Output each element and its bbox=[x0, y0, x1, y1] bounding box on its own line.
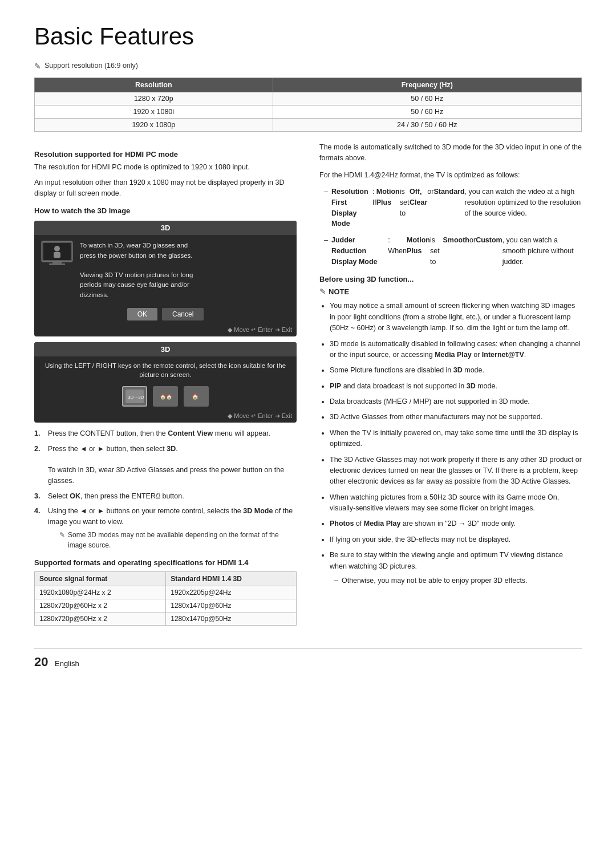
hdmi-row2-col2: 1280x1470p@60Hz bbox=[166, 599, 297, 612]
page-layout: Resolution supported for HDMI PC mode Th… bbox=[34, 142, 582, 626]
pencil-icon-note: ✎ bbox=[319, 287, 326, 296]
3d-icon-1: 3D→3D bbox=[125, 390, 144, 403]
table-row: 1280 x 720p 50 / 60 Hz bbox=[35, 92, 582, 106]
dialog2-text: Using the LEFT / RIGHT keys on the remot… bbox=[34, 356, 297, 383]
dialog2-icons: 3D→3D 🏠🏠 🏠 bbox=[34, 383, 297, 411]
bullet-1: You may notice a small amount of screen … bbox=[330, 301, 582, 334]
bullet-11: If lying on your side, the 3D-effects ma… bbox=[330, 534, 582, 545]
dialog2-titlebar: 3D bbox=[34, 342, 297, 356]
resolution-table: Resolution Frequency (Hz) 1280 x 720p 50… bbox=[34, 78, 582, 132]
res-header-2: Frequency (Hz) bbox=[273, 78, 581, 92]
hdmi-text1: The resolution for HDMI PC mode is optim… bbox=[34, 162, 297, 173]
dialog1-titlebar: 3D bbox=[34, 221, 297, 235]
hdmi-pc-heading: Resolution supported for HDMI PC mode bbox=[34, 150, 297, 159]
dash-item-1: Resolution First Display Mode: If Motion… bbox=[319, 186, 582, 229]
icon-box-3: 🏠 bbox=[184, 386, 209, 407]
bullet-4: PIP and data broadcast is not supported … bbox=[330, 381, 582, 392]
svg-rect-5 bbox=[54, 252, 60, 258]
hdmi-text2: An input resolution other than 1920 x 10… bbox=[34, 177, 297, 199]
icon-box-2: 🏠🏠 bbox=[153, 386, 178, 407]
hdmi-row2-col1: 1280x720p@60Hz x 2 bbox=[35, 599, 166, 612]
dash-outro: Otherwise, you may not be able to enjoy … bbox=[330, 575, 582, 586]
pencil-icon: ✎ bbox=[59, 530, 65, 540]
svg-point-4 bbox=[54, 246, 60, 251]
step-2: 2. Press the ◄ or ► button, then select … bbox=[34, 444, 297, 486]
bullet-8: The 3D Active Glasses may not work prope… bbox=[330, 455, 582, 488]
res-header-1: Resolution bbox=[35, 78, 273, 92]
page-number: 20 bbox=[34, 655, 48, 669]
hdmi-col2-header: Standard HDMI 1.4 3D bbox=[166, 571, 297, 586]
left-column: Resolution supported for HDMI PC mode Th… bbox=[34, 142, 297, 626]
svg-rect-3 bbox=[49, 263, 65, 265]
dialog1-content: To watch in 3D, wear 3D glasses andpress… bbox=[34, 235, 297, 305]
dialog-box-1: 3D To watch in 3D, wear 3D glasses andpr… bbox=[34, 221, 297, 336]
hdmi-row3-col2: 1280x1470p@50Hz bbox=[166, 612, 297, 625]
3d-icon-2: 🏠🏠 bbox=[156, 390, 175, 403]
before-3d-heading: Before using 3D function... bbox=[319, 275, 582, 283]
dialog1-footer: ◆ Move ↵ Enter ➔ Exit bbox=[34, 325, 297, 336]
table-row: 1280x720p@50Hz x 2 1280x1470p@50Hz bbox=[35, 612, 297, 625]
dialog-box-2: 3D Using the LEFT / RIGHT keys on the re… bbox=[34, 342, 297, 423]
hdmi-row1-col2: 1920x2205p@24Hz bbox=[166, 586, 297, 599]
bullet-9: When watching pictures from a 50Hz 3D so… bbox=[330, 492, 582, 514]
dialog1-text: To watch in 3D, wear 3D glasses andpress… bbox=[80, 241, 193, 300]
hdmi-formats-heading: Supported formats and operating specific… bbox=[34, 558, 297, 567]
dialog2-footer: ◆ Move ↵ Enter ➔ Exit bbox=[34, 411, 297, 423]
step4-note: ✎ Some 3D modes may not be available dep… bbox=[59, 530, 297, 550]
right-text-1: The mode is automatically switched to 3D… bbox=[319, 142, 582, 164]
page-title: Basic Features bbox=[34, 23, 582, 50]
svg-rect-2 bbox=[52, 262, 62, 263]
dialog1-icon-area bbox=[40, 241, 74, 266]
bullet-3: Some Picture functions are disabled in 3… bbox=[330, 365, 582, 376]
bullet-6: 3D Active Glasses from other manufacture… bbox=[330, 412, 582, 423]
hdmi-row1-col1: 1920x1080p@24Hz x 2 bbox=[35, 586, 166, 599]
dialog1-ok-button[interactable]: OK bbox=[127, 308, 157, 320]
hdmi-row3-col1: 1280x720p@50Hz x 2 bbox=[35, 612, 166, 625]
step-4: 4. Using the ◄ or ► buttons on your remo… bbox=[34, 506, 297, 550]
bullet-7: When the TV is initially powered on, may… bbox=[330, 428, 582, 450]
dash-item-2: Judder Reduction Display Mode: When Moti… bbox=[319, 235, 582, 267]
res-row1-col2: 50 / 60 Hz bbox=[273, 92, 581, 106]
bullet-10: Photos of Media Play are shown in "2D → … bbox=[330, 518, 582, 529]
support-note: ✎ Support resolution (16:9 only) bbox=[34, 62, 582, 71]
step-1: 1. Press the CONTENT button, then the Co… bbox=[34, 428, 297, 439]
pencil-icon: ✎ bbox=[34, 62, 41, 71]
res-row3-col1: 1920 x 1080p bbox=[35, 119, 273, 132]
bullet-12: Be sure to stay within the viewing angle… bbox=[330, 550, 582, 586]
table-row: 1920x1080p@24Hz x 2 1920x2205p@24Hz bbox=[35, 586, 297, 599]
note-text: NOTE bbox=[329, 287, 349, 296]
res-row2-col1: 1920 x 1080i bbox=[35, 106, 273, 119]
step-3: 3. Select OK, then press the ENTER⎙ butt… bbox=[34, 491, 297, 502]
res-row1-col1: 1280 x 720p bbox=[35, 92, 273, 106]
notes-bullet-list: You may notice a small amount of screen … bbox=[319, 301, 582, 586]
watch-3d-heading: How to watch the 3D image bbox=[34, 206, 297, 215]
hdmi-col1-header: Source signal format bbox=[35, 571, 166, 586]
table-row: 1280x720p@60Hz x 2 1280x1470p@60Hz bbox=[35, 599, 297, 612]
table-row: 1920 x 1080p 24 / 30 / 50 / 60 Hz bbox=[35, 119, 582, 132]
language-label: English bbox=[55, 659, 79, 668]
bullet-5: Data broadcasts (MHEG / MHP) are not sup… bbox=[330, 396, 582, 407]
hdmi-formats-table: Source signal format Standard HDMI 1.4 3… bbox=[34, 571, 297, 626]
svg-text:3D→3D: 3D→3D bbox=[128, 395, 144, 400]
res-row3-col2: 24 / 30 / 50 / 60 Hz bbox=[273, 119, 581, 132]
right-column: The mode is automatically switched to 3D… bbox=[319, 142, 582, 626]
3d-icon-3: 🏠 bbox=[187, 390, 205, 403]
res-row2-col2: 50 / 60 Hz bbox=[273, 106, 581, 119]
dialog1-buttons: OK Cancel bbox=[34, 305, 297, 325]
svg-text:🏠: 🏠 bbox=[192, 393, 199, 400]
page-footer: 20 English bbox=[34, 648, 582, 670]
right-text-2: For the HDMI 1.4@24Hz format, the TV is … bbox=[319, 170, 582, 181]
bullet-2: 3D mode is automatically disabled in fol… bbox=[330, 339, 582, 361]
table-row: 1920 x 1080i 50 / 60 Hz bbox=[35, 106, 582, 119]
icon-box-1: 3D→3D bbox=[122, 386, 147, 407]
tv-icon bbox=[41, 241, 73, 266]
dialog1-cancel-button[interactable]: Cancel bbox=[162, 308, 204, 320]
svg-text:🏠🏠: 🏠🏠 bbox=[160, 393, 173, 400]
note-label: ✎ NOTE bbox=[319, 287, 582, 296]
numbered-steps-list: 1. Press the CONTENT button, then the Co… bbox=[34, 428, 297, 550]
